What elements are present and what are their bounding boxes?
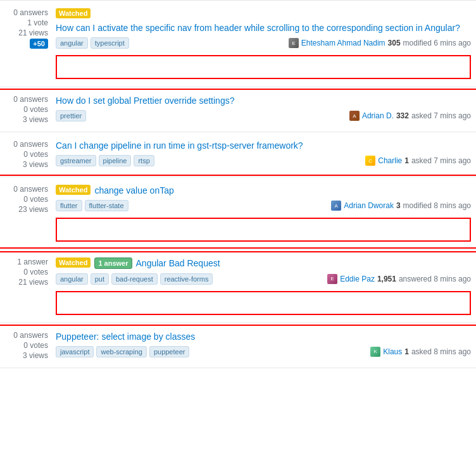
tags-row: flutterflutter-state <box>56 200 128 211</box>
tags-and-meta: angulartypescriptEEhtesham Ahmad Nadim30… <box>56 37 471 49</box>
tags-row: angulartypescript <box>56 37 129 49</box>
action-time: modified 6 mins ago <box>403 39 471 47</box>
user-rep: 1 <box>404 347 409 356</box>
question-title[interactable]: Angular Bad Request <box>136 257 220 269</box>
username[interactable]: Adrian D. <box>362 111 394 120</box>
highlight-box <box>56 55 471 79</box>
user-rep: 305 <box>388 39 401 47</box>
title-row: Puppeteer: select image by classes <box>56 331 471 342</box>
tag[interactable]: gstreamer <box>56 155 96 166</box>
stats-col: 0 answers0 votes23 views <box>5 185 56 214</box>
watched-badge: Watched <box>56 257 91 268</box>
answer-count: 0 answers <box>13 95 48 104</box>
stats-col: 0 answers0 votes3 views <box>5 140 56 169</box>
vote-count: 0 votes <box>23 105 48 114</box>
title-row: How do I set global Prettier override se… <box>56 95 471 106</box>
tag[interactable]: web-scraping <box>96 346 146 357</box>
meta-row: AAdrian Dworak3modified 8 mins ago <box>331 201 471 211</box>
tag[interactable]: angular <box>56 37 88 49</box>
tags-and-meta: javascriptweb-scrapingpuppeteerKKlaus1as… <box>56 346 471 357</box>
tags-row: prettier <box>56 110 86 121</box>
answer-count: 0 answers <box>13 331 48 340</box>
tag[interactable]: flutter <box>56 200 82 211</box>
watched-badge: Watched <box>56 185 91 195</box>
tag[interactable]: bad-request <box>111 273 158 285</box>
stats-col: 0 answers0 votes3 views <box>5 331 56 360</box>
user-rep: 3 <box>396 201 401 210</box>
question-item: 0 answers0 votes3 viewsCan I change pipe… <box>0 132 476 177</box>
content-col: Watchedchange value onTapflutterflutter-… <box>56 185 471 242</box>
question-item: 1 answer0 votes21 viewsWatched1 answerAn… <box>0 250 476 323</box>
answer-count: 0 answers <box>13 185 48 194</box>
vote-count: 0 votes <box>23 268 48 276</box>
view-count: 3 views <box>23 160 48 169</box>
question-title[interactable]: How can I activate the specific nav from… <box>56 22 460 34</box>
view-count: 21 views <box>18 28 48 37</box>
user-avatar: C <box>365 156 375 166</box>
tag[interactable]: flutter-state <box>85 200 128 211</box>
meta-row: KKlaus1asked 8 mins ago <box>370 347 471 357</box>
username[interactable]: Klaus <box>383 347 402 356</box>
answer-count: 0 answers <box>13 8 48 17</box>
action-time: asked 8 mins ago <box>411 347 471 356</box>
view-count: 3 views <box>23 351 48 360</box>
tag[interactable]: puppeteer <box>149 346 190 357</box>
user-rep: 1 <box>404 156 409 165</box>
tags-and-meta: flutterflutter-stateAAdrian Dworak3modif… <box>56 200 471 211</box>
highlight-box <box>56 291 471 315</box>
tag[interactable]: put <box>91 273 109 285</box>
answer-badge: 1 answer <box>94 257 132 269</box>
username[interactable]: Charlie <box>378 156 402 165</box>
highlight-box <box>56 218 471 242</box>
user-avatar: K <box>370 347 380 357</box>
username[interactable]: Eddie Paz <box>340 275 375 283</box>
question-title[interactable]: How do I set global Prettier override se… <box>56 95 234 106</box>
tag[interactable]: typescript <box>91 37 129 49</box>
stats-col: 1 answer0 votes21 views <box>5 257 56 287</box>
tag[interactable]: pipeline <box>99 155 132 166</box>
username[interactable]: Ehtesham Ahmad Nadim <box>301 39 385 47</box>
question-item: 0 answers0 votes3 viewsHow do I set glob… <box>0 87 476 132</box>
tag[interactable]: rtsp <box>134 155 154 166</box>
stats-col: 0 answers0 votes3 views <box>5 95 56 124</box>
vote-count: 0 votes <box>23 341 48 350</box>
bounty-badge: +50 <box>30 39 48 49</box>
question-item: 0 answers1 vote21 views+50WatchedHow can… <box>0 1 476 87</box>
title-row: Watchedchange value onTap <box>56 185 471 196</box>
username[interactable]: Adrian Dworak <box>344 201 394 210</box>
user-avatar: A <box>349 111 360 121</box>
tags-row: javascriptweb-scrapingpuppeteer <box>56 346 189 357</box>
question-title[interactable]: Puppeteer: select image by classes <box>56 331 195 342</box>
meta-row: EEddie Paz1,951answered 8 mins ago <box>327 274 471 284</box>
vote-count: 0 votes <box>23 150 48 159</box>
content-col: Watched1 answerAngular Bad Requestangula… <box>56 257 471 314</box>
title-row: WatchedHow can I activate the specific n… <box>56 8 471 34</box>
user-avatar: A <box>331 201 341 211</box>
action-time: modified 8 mins ago <box>403 201 471 210</box>
tag[interactable]: angular <box>56 273 88 285</box>
question-item: 0 answers0 votes23 viewsWatchedchange va… <box>0 177 476 250</box>
tags-and-meta: prettierAAdrian D.332asked 7 mins ago <box>56 110 471 121</box>
meta-row: AAdrian D.332asked 7 mins ago <box>349 111 471 121</box>
tags-row: angularputbad-requestreactive-forms <box>56 273 213 285</box>
tag[interactable]: javascript <box>56 346 94 357</box>
question-title[interactable]: change value onTap <box>94 185 173 196</box>
action-time: asked 7 mins ago <box>411 111 471 120</box>
view-count: 23 views <box>18 205 48 214</box>
user-avatar: E <box>327 274 337 284</box>
answer-count: 1 answer <box>17 257 48 266</box>
tag[interactable]: prettier <box>56 110 86 121</box>
question-title[interactable]: Can I change pipeline in run time in gst… <box>56 140 303 151</box>
action-time: answered 8 mins ago <box>399 275 471 283</box>
question-list: 0 answers1 vote21 views+50WatchedHow can… <box>0 0 476 368</box>
watched-badge: Watched <box>56 8 91 18</box>
content-col: WatchedHow can I activate the specific n… <box>56 8 471 79</box>
tag[interactable]: reactive-forms <box>160 273 213 285</box>
tags-row: gstreamerpipelinertsp <box>56 155 154 166</box>
vote-count: 0 votes <box>23 195 48 204</box>
view-count: 3 views <box>23 115 48 124</box>
answer-count: 0 answers <box>13 140 48 149</box>
action-time: asked 7 mins ago <box>411 156 471 165</box>
question-item: 0 answers0 votes3 viewsPuppeteer: select… <box>0 323 476 368</box>
user-avatar: E <box>289 38 299 48</box>
